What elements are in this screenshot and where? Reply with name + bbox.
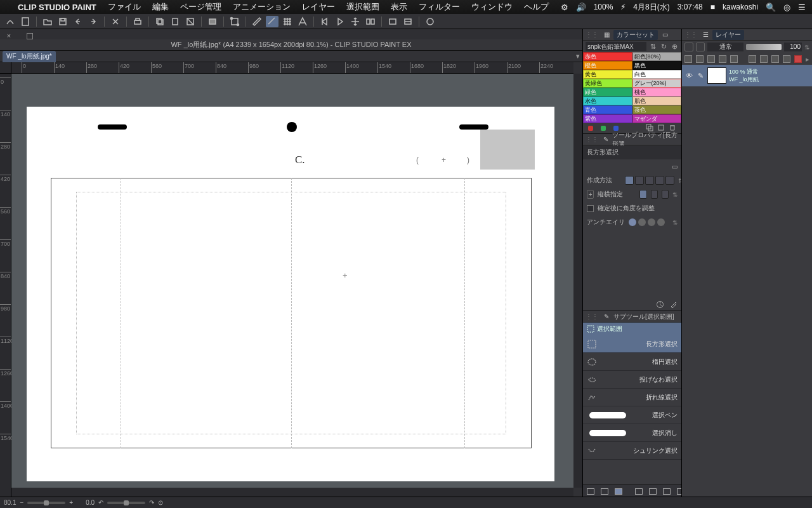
panel-grip-icon[interactable]: ⋮⋮ [586,136,598,143]
window-close-icon[interactable]: × [5,32,13,39]
color-swatch[interactable]: 紫色 [583,114,632,123]
menu-animation[interactable]: アニメーション [233,1,291,13]
menu-file[interactable]: ファイル [108,1,141,13]
color-swatch[interactable]: 赤色 [583,52,632,61]
toolprop-aa-spinner[interactable]: ⇅ [672,219,678,226]
mask-preview-icon[interactable] [760,55,768,63]
color-swatch[interactable]: 鉛色(80%) [632,52,682,61]
layer-color-icon[interactable] [794,55,802,63]
canvas[interactable]: C. ( + ) + [11,74,573,488]
siri-icon[interactable]: ◎ [783,3,790,12]
panel-grip-icon[interactable]: ⋮⋮ [586,313,598,320]
opacity-value[interactable]: 100 [784,43,802,51]
ruler-origin[interactable] [0,62,11,74]
menu-page[interactable]: ページ管理 [180,1,221,13]
color-swatch[interactable]: グレー(20%) [632,79,682,88]
ruler-visible-icon[interactable] [783,55,790,63]
toolprop-reset-icon[interactable] [656,300,664,310]
lock-layer-icon[interactable] [730,55,738,63]
color-swatch[interactable]: 橙色 [583,61,632,70]
toolbar-perspective-icon[interactable] [296,16,309,27]
toolbar-new-icon[interactable] [19,16,32,27]
stfoot-icon-5[interactable] [649,487,657,495]
toolprop-panel-header[interactable]: ⋮⋮ ✎ ツールプロパティ[長方形選 [583,134,681,145]
colorset-panel-title[interactable]: カラーセット [613,30,658,40]
opacity-spinner[interactable]: ⇅ [804,44,809,51]
toolbar-anim-b-icon[interactable] [386,16,399,27]
toolbar-paste-icon[interactable] [169,16,181,27]
rotate-cw-icon[interactable]: ↷ [149,499,154,506]
rotate-slider[interactable] [107,502,145,504]
color-swatch[interactable]: マゼンダ [632,114,682,123]
rotate-ccw-icon[interactable]: ↶ [98,499,103,506]
menubar-time[interactable]: 3:07:48 [678,3,703,11]
toolbar-print-icon[interactable] [131,16,144,27]
color-swatch[interactable]: 黄緑色 [583,79,632,88]
ruler-vertical[interactable]: 01402804205607008409801120126014001540 [0,74,11,497]
menu-edit[interactable]: 編集 [152,1,169,13]
subtool-item[interactable]: 長方形選択 [583,335,681,353]
clip-mask-icon[interactable] [696,55,704,63]
subtool-item[interactable]: シュリンク選択 [583,442,681,460]
subtool-group-tab[interactable]: 選択範囲 [583,323,681,335]
toolprop-ratio-expand-icon[interactable]: + [587,190,594,199]
volume-icon[interactable]: 🔊 [576,3,586,12]
subtool-item[interactable]: 投げなわ選択 [583,371,681,389]
menu-window[interactable]: ウィンドウ [471,1,513,13]
panel-grip-icon[interactable]: ⋮⋮ [586,31,598,38]
battery-percent[interactable]: 100% [594,3,613,11]
toolbar-app-icon[interactable] [4,16,16,27]
method-xor-icon[interactable] [665,176,674,185]
toolbar-fill-icon[interactable] [206,16,219,27]
stfoot-icon-3[interactable] [615,487,622,495]
lock-transparent-icon[interactable] [684,55,692,63]
opacity-slider[interactable] [746,44,782,50]
panel-extra-tab-icon[interactable]: ▭ [660,30,669,39]
toolbar-transform-icon[interactable] [228,16,241,27]
window-maximize-icon[interactable] [27,33,33,39]
stfoot-icon-1[interactable] [587,487,594,495]
layer-visibility-icon[interactable]: 👁 [684,72,693,79]
stfoot-icon-2[interactable] [601,487,608,495]
zoom-in-icon[interactable]: + [69,499,73,506]
document-tab[interactable]: WF _lo用紙.jpg* [3,51,56,62]
toolbar-snap-icon[interactable] [266,16,278,27]
mask-enable-icon[interactable] [749,55,756,63]
color-swatch[interactable]: 青色 [583,105,632,114]
user-icon[interactable]: ■ [710,3,715,11]
colorset-refresh-icon[interactable]: ↻ [659,42,668,51]
color-swatch[interactable]: 白色 [632,70,682,79]
toolbar-play-icon[interactable] [334,16,346,27]
rotate-value[interactable]: 0.0 [86,499,95,506]
color-swatch[interactable]: 緑色 [583,88,632,97]
toolbar-play-prev-icon[interactable] [318,16,331,27]
color-swatch[interactable]: 茶色 [632,105,682,114]
layer-color-arrow-icon[interactable]: ▸ [806,55,809,64]
menubar-user[interactable]: kawakoshi [723,3,758,11]
toolprop-wrench2-icon[interactable] [669,300,678,310]
stfoot-icon-6[interactable] [663,487,671,495]
toolbar-clear-icon[interactable] [184,16,197,27]
menu-filter[interactable]: フィルター [419,1,460,13]
panel-grip-icon[interactable]: ⋮⋮ [684,31,697,38]
layer-item[interactable]: 👁 ✎ 100 % 通常 WF _lo用紙 [682,65,812,86]
canvas-page[interactable]: C. ( + ) + [27,107,554,481]
tabs-dropdown-icon[interactable]: ▾ [573,52,582,60]
toolbar-anim-a-icon[interactable] [364,16,377,27]
toolbar-redo-icon[interactable] [87,16,100,27]
colorset-panel-header[interactable]: ⋮⋮ ▦ カラーセット ▭ [583,29,681,41]
spotlight-icon[interactable]: 🔍 [766,3,776,12]
method-add-icon[interactable] [635,176,644,185]
aa-none-icon[interactable] [629,218,636,226]
quickcolor-1[interactable] [588,126,593,131]
app-name-menu[interactable]: CLIP STUDIO PAINT [18,3,96,12]
stfoot-icon-4[interactable] [635,487,643,495]
color-swatch[interactable]: 肌色 [632,97,682,105]
menu-layer[interactable]: レイヤー [302,1,335,13]
zoom-out-icon[interactable]: − [20,499,23,506]
reference-layer-icon[interactable] [707,55,715,63]
colorset-updown-icon[interactable]: ⇅ [648,42,657,51]
layer-check-b-icon[interactable] [696,43,705,51]
toolprop-wrench-icon[interactable]: ▭ [672,163,678,170]
aa-strong-icon[interactable] [657,218,665,226]
